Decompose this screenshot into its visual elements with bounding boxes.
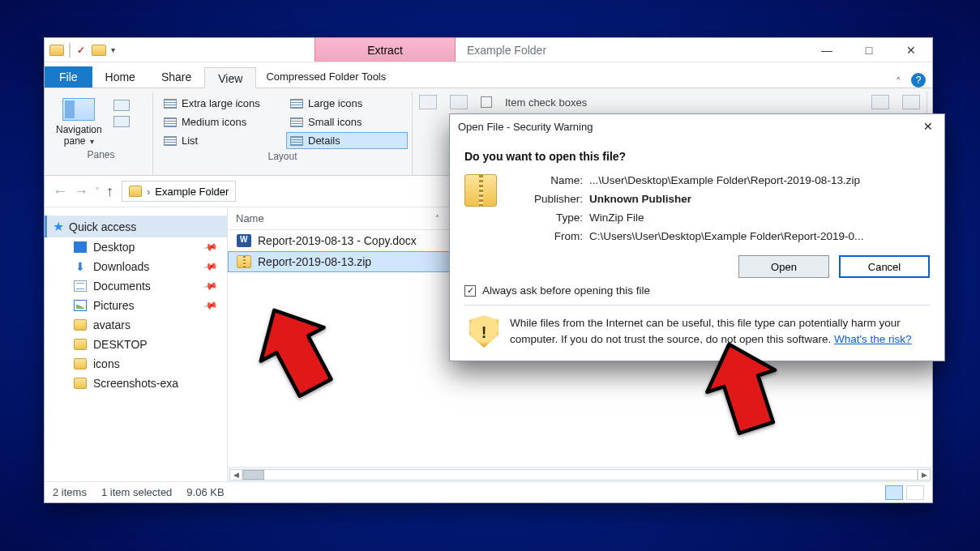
always-ask-checkbox[interactable] — [464, 285, 476, 297]
pin-icon: 📌 — [202, 258, 218, 275]
value-from: C:\Users\User\Desktop\Example Folder\Rep… — [589, 230, 930, 242]
layout-view-large-icons[interactable]: Large icons — [286, 95, 408, 112]
ribbon-collapse-icon[interactable]: ˄ — [890, 75, 906, 88]
navigation-pane-button[interactable]: Navigation pane — [56, 98, 102, 147]
tab-view[interactable]: View — [204, 67, 256, 88]
layout-view-medium-icons[interactable]: Medium icons — [160, 113, 281, 130]
navigation-sidebar: ★ Quick access Desktop📌Downloads📌Documen… — [45, 207, 228, 481]
layout-view-details[interactable]: Details — [286, 132, 408, 149]
dialog-buttons: Open Cancel — [464, 255, 930, 278]
value-type: WinZip File — [589, 211, 930, 224]
folder-icon — [74, 378, 87, 389]
sidebar-item-label: Desktop — [93, 241, 135, 254]
status-item-count: 2 items — [53, 486, 87, 498]
tab-file[interactable]: File — [45, 66, 92, 88]
sidebar-quick-access-label: Quick access — [69, 220, 136, 233]
column-name[interactable]: Name — [236, 212, 382, 224]
sidebar-item-avatars[interactable]: avatars — [45, 315, 228, 335]
details-view-icon[interactable] — [885, 485, 903, 500]
up-button[interactable]: ↑ — [106, 183, 113, 200]
options-icon[interactable] — [902, 95, 920, 109]
sort-by-icon[interactable] — [419, 95, 437, 109]
sidebar-quick-access[interactable]: ★ Quick access — [45, 216, 228, 237]
tab-compressed-folder-tools[interactable]: Compressed Folder Tools — [256, 66, 396, 88]
horizontal-scrollbar[interactable]: ◀ ▶ — [228, 467, 932, 481]
label-name: Name: — [516, 174, 583, 186]
security-warning-dialog: Open File - Security Warning ✕ Do you wa… — [449, 113, 945, 361]
value-publisher: Unknown Publisher — [589, 193, 930, 205]
layout-view-extra-large-icons[interactable]: Extra large icons — [160, 95, 281, 112]
scroll-thumb[interactable] — [243, 470, 264, 480]
thumbnails-view-icon[interactable] — [906, 485, 924, 500]
close-button[interactable]: ✕ — [890, 38, 932, 62]
forward-button[interactable]: → — [74, 183, 88, 200]
sidebar-item-desktop[interactable]: DESKTOP — [45, 335, 228, 354]
item-checkboxes-checkbox[interactable] — [481, 96, 492, 108]
zip-file-icon — [464, 174, 497, 207]
tab-home[interactable]: Home — [92, 66, 148, 88]
layout-view-list[interactable]: List — [160, 132, 281, 149]
recent-dropdown-icon[interactable]: ˅ — [95, 186, 100, 197]
new-folder-icon[interactable] — [92, 45, 106, 56]
always-ask-row: Always ask before opening this file — [464, 284, 930, 305]
view-icon — [164, 99, 177, 109]
view-icon — [290, 136, 303, 146]
hide-items-icon[interactable] — [871, 95, 889, 109]
details-pane-icon[interactable] — [113, 116, 130, 127]
sidebar-item-label: avatars — [93, 318, 131, 331]
titlebar: ▾ Extract Example Folder — □ ✕ — [45, 38, 932, 62]
star-icon: ★ — [53, 219, 64, 234]
dialog-warning: While files from the Internet can be use… — [464, 305, 930, 354]
cancel-button[interactable]: Cancel — [839, 255, 930, 278]
dialog-close-button[interactable]: ✕ — [917, 117, 939, 135]
sidebar-item-downloads[interactable]: Downloads📌 — [45, 257, 228, 276]
scroll-track[interactable] — [242, 469, 918, 481]
folder-icon — [74, 339, 87, 350]
extra-pane-buttons[interactable] — [113, 98, 130, 127]
chevron-right-icon: › — [147, 186, 150, 198]
sidebar-item-label: Pictures — [93, 299, 135, 312]
pin-icon: 📌 — [202, 297, 218, 314]
whats-the-risk-link[interactable]: What's the risk? — [834, 333, 912, 345]
dialog-titlebar: Open File - Security Warning ✕ — [450, 114, 944, 139]
sidebar-item-label: Documents — [93, 280, 151, 293]
status-selection: 1 item selected — [101, 486, 172, 498]
folder-icon — [129, 186, 142, 197]
sidebar-item-pictures[interactable]: Pictures📌 — [45, 296, 228, 315]
back-button[interactable]: ← — [53, 183, 67, 200]
layout-view-small-icons[interactable]: Small icons — [286, 113, 408, 130]
breadcrumb-segment[interactable]: Example Folder — [155, 186, 229, 198]
view-icon — [164, 136, 177, 146]
breadcrumb[interactable]: › Example Folder — [122, 181, 236, 202]
maximize-button[interactable]: □ — [848, 38, 890, 62]
dialog-file-info: Name: ...\User\Desktop\Example Folder\Re… — [464, 174, 930, 242]
sidebar-item-screenshots-exa[interactable]: Screenshots-exa — [45, 374, 228, 393]
view-label: Details — [308, 135, 340, 147]
value-name: ...\User\Desktop\Example Folder\Report-2… — [589, 174, 930, 186]
tab-share[interactable]: Share — [148, 66, 204, 88]
group-by-icon[interactable] — [450, 95, 468, 109]
view-label: Extra large icons — [182, 97, 260, 109]
extract-contextual-tab[interactable]: Extract — [315, 37, 456, 62]
scroll-right-button[interactable]: ▶ — [918, 469, 931, 481]
sidebar-item-documents[interactable]: Documents📌 — [45, 276, 228, 296]
sidebar-item-label: icons — [93, 357, 120, 370]
status-size: 9.06 KB — [186, 486, 224, 498]
file-name: Report-2019-08-13 - Copy.docx — [258, 234, 417, 247]
open-button[interactable]: Open — [738, 255, 829, 278]
item-checkboxes-label: Item check boxes — [505, 96, 587, 109]
properties-icon[interactable] — [75, 45, 87, 56]
help-icon[interactable]: ? — [911, 73, 926, 88]
scroll-left-button[interactable]: ◀ — [229, 469, 242, 481]
preview-pane-icon[interactable] — [113, 100, 130, 111]
qat-dropdown-icon[interactable]: ▾ — [111, 45, 115, 54]
label-from: From: — [516, 230, 583, 242]
sidebar-item-desktop[interactable]: Desktop📌 — [45, 237, 228, 257]
sidebar-item-label: DESKTOP — [93, 338, 148, 351]
ribbon-group-panes: Navigation pane Panes — [49, 92, 153, 175]
view-label: List — [182, 135, 198, 147]
sort-asc-icon: ˄ — [435, 214, 439, 223]
pin-icon: 📌 — [202, 239, 218, 255]
minimize-button[interactable]: — — [806, 38, 848, 62]
sidebar-item-icons[interactable]: icons — [45, 354, 228, 374]
